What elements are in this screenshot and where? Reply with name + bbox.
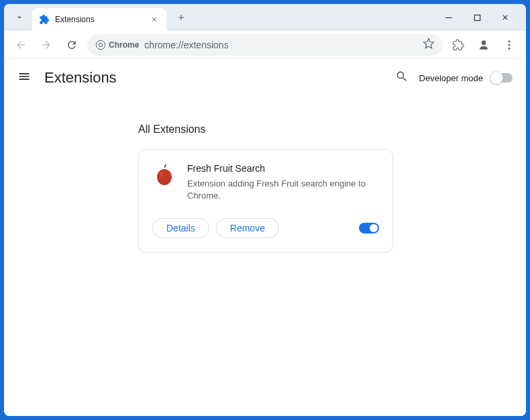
url-text: chrome://extensions bbox=[144, 40, 417, 50]
search-button[interactable] bbox=[395, 70, 409, 86]
svg-point-7 bbox=[509, 47, 511, 49]
close-icon bbox=[151, 16, 158, 23]
page-header: Extensions Developer mode bbox=[4, 59, 526, 97]
toolbar: Chrome chrome://extensions bbox=[4, 31, 526, 59]
menu-button[interactable] bbox=[499, 35, 519, 55]
svg-point-5 bbox=[509, 40, 511, 42]
details-button[interactable]: Details bbox=[152, 218, 209, 238]
maximize-button[interactable] bbox=[467, 7, 487, 28]
svg-point-2 bbox=[96, 40, 105, 49]
arrow-right-icon bbox=[40, 39, 52, 51]
star-icon bbox=[423, 38, 435, 50]
svg-point-3 bbox=[99, 43, 102, 46]
forward-button[interactable] bbox=[36, 35, 56, 55]
section-title: All Extensions bbox=[138, 123, 499, 136]
dots-vertical-icon bbox=[503, 39, 515, 51]
chrome-badge: Chrome bbox=[95, 40, 139, 50]
apple-icon bbox=[152, 163, 176, 187]
watermark-text: risk.com bbox=[166, 309, 364, 364]
developer-mode-label: Developer mode bbox=[419, 73, 483, 83]
developer-mode-toggle[interactable] bbox=[491, 73, 513, 83]
content-area: risk.com All Extensions Fresh Fruit Sear… bbox=[4, 97, 526, 416]
tab-title: Extensions bbox=[55, 15, 144, 24]
remove-button[interactable]: Remove bbox=[216, 218, 279, 238]
chevron-down-icon bbox=[15, 13, 24, 22]
extension-name: Fresh Fruit Search bbox=[187, 163, 379, 174]
window-controls bbox=[439, 7, 521, 28]
puzzle-icon bbox=[452, 39, 464, 51]
chrome-label: Chrome bbox=[109, 40, 139, 50]
new-tab-button[interactable] bbox=[172, 8, 191, 27]
extension-card: Fresh Fruit Search Extension adding Fres… bbox=[138, 149, 393, 252]
arrow-left-icon bbox=[15, 39, 27, 51]
menu-icon bbox=[17, 70, 31, 83]
titlebar: Extensions bbox=[4, 4, 526, 31]
minimize-icon bbox=[445, 13, 453, 21]
address-bar[interactable]: Chrome chrome://extensions bbox=[87, 34, 443, 56]
puzzle-icon bbox=[39, 14, 50, 25]
reload-button[interactable] bbox=[62, 35, 82, 55]
svg-point-14 bbox=[160, 172, 164, 177]
bookmark-button[interactable] bbox=[423, 38, 435, 52]
avatar-icon bbox=[477, 38, 490, 52]
browser-window: Extensions bbox=[4, 4, 526, 416]
svg-rect-0 bbox=[445, 17, 452, 18]
browser-tab[interactable]: Extensions bbox=[32, 8, 166, 31]
tab-close-button[interactable] bbox=[149, 14, 160, 25]
profile-button[interactable] bbox=[474, 35, 494, 55]
close-window-button[interactable] bbox=[495, 7, 515, 28]
svg-point-13 bbox=[157, 169, 172, 185]
svg-rect-1 bbox=[474, 15, 480, 20]
plus-icon bbox=[176, 13, 186, 22]
extension-description: Extension adding Fresh Fruit search engi… bbox=[187, 178, 379, 202]
svg-point-4 bbox=[482, 40, 486, 45]
page-title: Extensions bbox=[44, 69, 384, 87]
extension-toggle[interactable] bbox=[359, 223, 379, 233]
chrome-icon bbox=[95, 40, 106, 50]
extension-icon bbox=[152, 163, 176, 187]
back-button[interactable] bbox=[11, 35, 31, 55]
svg-point-6 bbox=[509, 44, 511, 46]
maximize-icon bbox=[474, 14, 481, 21]
minimize-button[interactable] bbox=[439, 7, 459, 28]
search-icon bbox=[395, 70, 409, 83]
reload-icon bbox=[66, 39, 78, 51]
tab-search-dropdown[interactable] bbox=[9, 7, 30, 28]
developer-mode: Developer mode bbox=[419, 73, 513, 83]
close-icon bbox=[501, 13, 509, 21]
extensions-button[interactable] bbox=[448, 35, 468, 55]
hamburger-menu[interactable] bbox=[17, 70, 34, 86]
